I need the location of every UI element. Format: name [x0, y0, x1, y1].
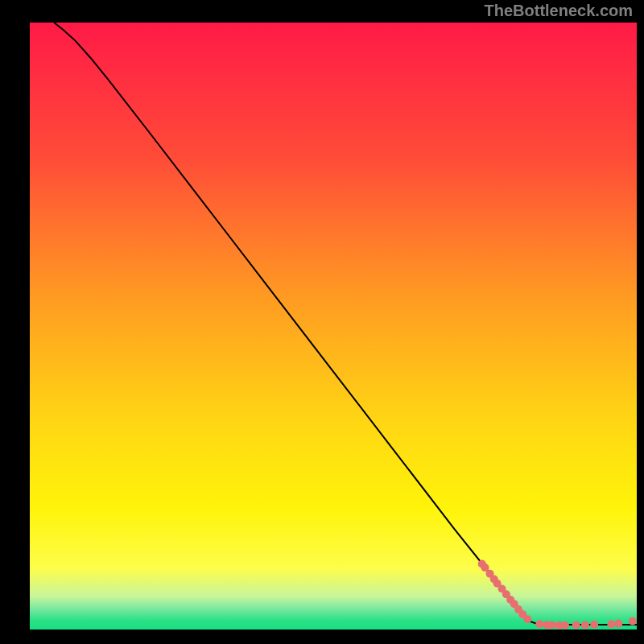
data-marker — [607, 620, 615, 628]
data-marker — [581, 621, 589, 630]
gradient-background — [30, 23, 637, 630]
data-marker — [547, 621, 555, 630]
data-marker — [523, 615, 531, 623]
data-marker — [535, 620, 543, 628]
data-marker — [614, 620, 622, 628]
attribution-text: TheBottleneck.com — [485, 2, 633, 20]
plot-area — [30, 23, 637, 630]
data-marker — [629, 617, 637, 625]
chart-container: TheBottleneck.com — [0, 0, 644, 644]
data-marker — [561, 621, 569, 630]
chart-svg — [30, 23, 637, 630]
data-marker — [572, 621, 580, 630]
data-marker — [590, 621, 598, 629]
